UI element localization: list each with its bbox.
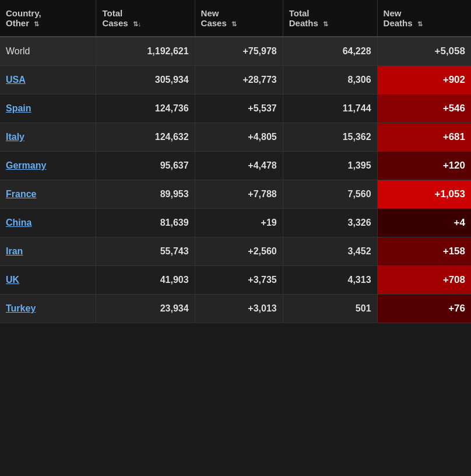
new-deaths-cell: +681 bbox=[377, 123, 471, 152]
country-link[interactable]: Germany bbox=[6, 160, 46, 170]
new-deaths-cell: +1,053 bbox=[377, 180, 471, 209]
table-row: USA305,934+28,7738,306+902 bbox=[0, 66, 471, 94]
new-cases-cell: +3,013 bbox=[195, 295, 283, 323]
country-link[interactable]: USA bbox=[6, 75, 26, 85]
total-deaths-cell: 11,744 bbox=[283, 94, 377, 123]
new-cases-cell: +4,478 bbox=[195, 152, 283, 180]
sort-icon-country: ⇅ bbox=[34, 20, 39, 27]
total-cases-cell: 23,934 bbox=[96, 295, 195, 323]
country-link[interactable]: Spain bbox=[6, 103, 31, 113]
table-row: France89,953+7,7887,560+1,053 bbox=[0, 180, 471, 209]
total-deaths-cell: 7,560 bbox=[283, 180, 377, 209]
new-cases-cell: +4,805 bbox=[195, 123, 283, 152]
country-cell[interactable]: China bbox=[0, 209, 96, 237]
new-cases-cell: +7,788 bbox=[195, 180, 283, 209]
country-cell[interactable]: Italy bbox=[0, 123, 96, 152]
sort-icon-total-deaths: ⇅ bbox=[323, 20, 328, 27]
new-deaths-cell: +76 bbox=[377, 295, 471, 323]
sort-icon-new-deaths: ⇅ bbox=[417, 20, 423, 27]
new-cases-cell: +2,560 bbox=[195, 237, 283, 266]
table-row: China81,639+193,326+4 bbox=[0, 209, 471, 237]
total-cases-cell: 55,743 bbox=[96, 237, 195, 266]
new-deaths-cell: +5,058 bbox=[377, 37, 471, 66]
total-deaths-cell: 1,395 bbox=[283, 152, 377, 180]
world-label: World bbox=[6, 46, 30, 56]
col-new-cases[interactable]: NewCases ⇅ bbox=[195, 0, 283, 37]
new-deaths-cell: +546 bbox=[377, 94, 471, 123]
new-cases-cell: +75,978 bbox=[195, 37, 283, 66]
total-deaths-cell: 8,306 bbox=[283, 66, 377, 94]
col-total-cases[interactable]: TotalCases ⇅↓ bbox=[96, 0, 195, 37]
new-deaths-cell: +902 bbox=[377, 66, 471, 94]
table-header-row: Country,Other ⇅ TotalCases ⇅↓ NewCases ⇅… bbox=[0, 0, 471, 37]
country-cell: World bbox=[0, 37, 96, 66]
new-cases-cell: +19 bbox=[195, 209, 283, 237]
total-deaths-cell: 501 bbox=[283, 295, 377, 323]
table-row: Turkey23,934+3,013501+76 bbox=[0, 295, 471, 323]
covid-table-container: Country,Other ⇅ TotalCases ⇅↓ NewCases ⇅… bbox=[0, 0, 471, 323]
new-cases-cell: +5,537 bbox=[195, 94, 283, 123]
total-deaths-cell: 64,228 bbox=[283, 37, 377, 66]
new-deaths-cell: +120 bbox=[377, 152, 471, 180]
country-link[interactable]: Iran bbox=[6, 246, 23, 256]
total-cases-cell: 124,736 bbox=[96, 94, 195, 123]
country-link[interactable]: Italy bbox=[6, 132, 24, 142]
country-cell[interactable]: France bbox=[0, 180, 96, 209]
total-deaths-cell: 15,362 bbox=[283, 123, 377, 152]
new-cases-cell: +28,773 bbox=[195, 66, 283, 94]
country-link[interactable]: France bbox=[6, 189, 36, 199]
new-cases-cell: +3,735 bbox=[195, 266, 283, 295]
table-row: Germany95,637+4,4781,395+120 bbox=[0, 152, 471, 180]
country-cell[interactable]: USA bbox=[0, 66, 96, 94]
total-cases-cell: 124,632 bbox=[96, 123, 195, 152]
country-cell[interactable]: Turkey bbox=[0, 295, 96, 323]
country-cell[interactable]: Spain bbox=[0, 94, 96, 123]
new-deaths-cell: +708 bbox=[377, 266, 471, 295]
table-row: UK41,903+3,7354,313+708 bbox=[0, 266, 471, 295]
sort-icon-total-cases: ⇅↓ bbox=[133, 20, 142, 27]
col-new-deaths[interactable]: NewDeaths ⇅ bbox=[377, 0, 471, 37]
total-cases-cell: 89,953 bbox=[96, 180, 195, 209]
total-deaths-cell: 3,452 bbox=[283, 237, 377, 266]
col-country[interactable]: Country,Other ⇅ bbox=[0, 0, 96, 37]
table-row: Spain124,736+5,53711,744+546 bbox=[0, 94, 471, 123]
country-cell[interactable]: Iran bbox=[0, 237, 96, 266]
country-cell[interactable]: Germany bbox=[0, 152, 96, 180]
total-deaths-cell: 3,326 bbox=[283, 209, 377, 237]
total-cases-cell: 41,903 bbox=[96, 266, 195, 295]
sort-icon-new-cases: ⇅ bbox=[231, 20, 237, 27]
total-cases-cell: 81,639 bbox=[96, 209, 195, 237]
col-total-deaths[interactable]: TotalDeaths ⇅ bbox=[283, 0, 377, 37]
total-cases-cell: 95,637 bbox=[96, 152, 195, 180]
new-deaths-cell: +158 bbox=[377, 237, 471, 266]
covid-data-table: Country,Other ⇅ TotalCases ⇅↓ NewCases ⇅… bbox=[0, 0, 471, 323]
table-row: Iran55,743+2,5603,452+158 bbox=[0, 237, 471, 266]
country-link[interactable]: UK bbox=[6, 275, 19, 285]
country-link[interactable]: Turkey bbox=[6, 303, 36, 313]
country-cell[interactable]: UK bbox=[0, 266, 96, 295]
table-row: Italy124,632+4,80515,362+681 bbox=[0, 123, 471, 152]
total-deaths-cell: 4,313 bbox=[283, 266, 377, 295]
country-link[interactable]: China bbox=[6, 218, 31, 228]
table-row: World1,192,621+75,97864,228+5,058 bbox=[0, 37, 471, 66]
new-deaths-cell: +4 bbox=[377, 209, 471, 237]
total-cases-cell: 305,934 bbox=[96, 66, 195, 94]
total-cases-cell: 1,192,621 bbox=[96, 37, 195, 66]
